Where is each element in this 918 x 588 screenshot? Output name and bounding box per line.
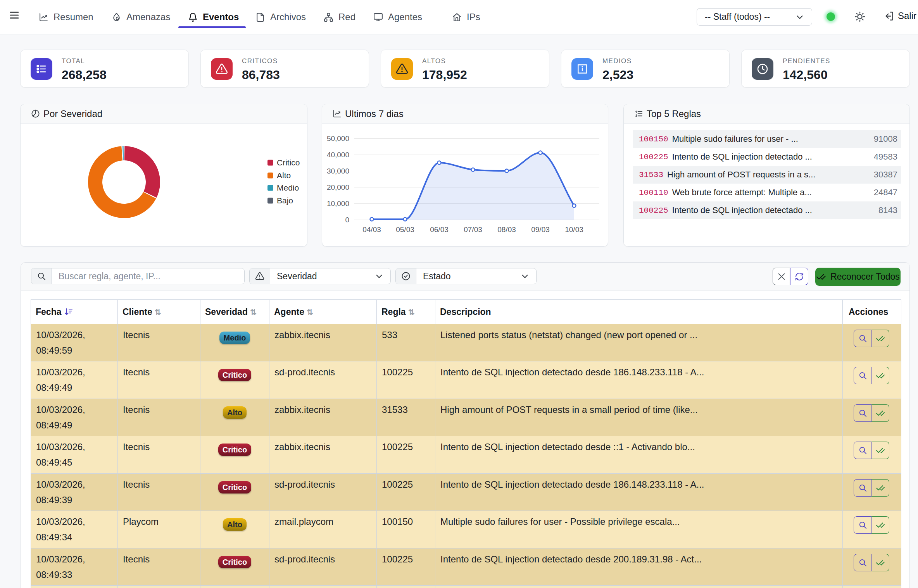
svg-text:10,000: 10,000 bbox=[327, 199, 349, 208]
svg-text:09/03: 09/03 bbox=[531, 225, 550, 234]
svg-text:04/03: 04/03 bbox=[362, 225, 381, 234]
svg-text:10/03: 10/03 bbox=[565, 225, 583, 234]
svg-text:0: 0 bbox=[345, 216, 349, 224]
svg-text:08/03: 08/03 bbox=[497, 225, 516, 234]
svg-text:07/03: 07/03 bbox=[464, 225, 482, 234]
svg-text:20,000: 20,000 bbox=[327, 183, 349, 191]
svg-text:40,000: 40,000 bbox=[327, 151, 349, 159]
svg-text:Bajo: Bajo bbox=[277, 196, 293, 205]
svg-text:Alto: Alto bbox=[277, 171, 291, 180]
svg-text:06/03: 06/03 bbox=[430, 225, 449, 234]
svg-text:30,000: 30,000 bbox=[327, 167, 349, 175]
svg-text:Critico: Critico bbox=[277, 158, 300, 167]
svg-text:Medio: Medio bbox=[277, 183, 299, 192]
svg-text:05/03: 05/03 bbox=[396, 225, 414, 234]
svg-text:50,000: 50,000 bbox=[327, 134, 349, 143]
